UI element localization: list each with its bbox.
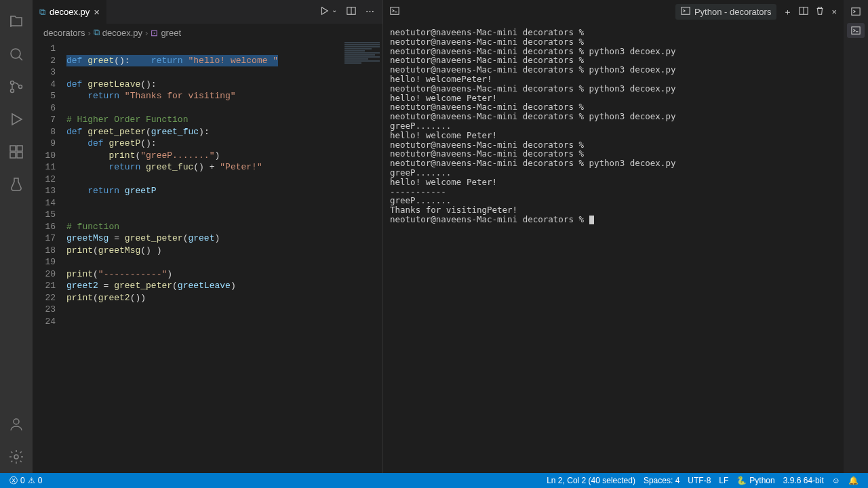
svg-point-9 bbox=[14, 455, 18, 459]
close-tab-icon[interactable]: × bbox=[94, 6, 100, 18]
new-terminal-icon[interactable]: ＋ bbox=[783, 6, 792, 18]
python-lang-icon: 🐍 bbox=[736, 476, 747, 485]
minimap[interactable] bbox=[342, 41, 382, 473]
python-file-icon: ⧉ bbox=[39, 7, 45, 18]
status-feedback-icon[interactable]: ☺ bbox=[828, 476, 844, 485]
activity-bar bbox=[0, 0, 33, 473]
breadcrumb-file[interactable]: decoex.py bbox=[102, 28, 142, 38]
run-file-icon[interactable] bbox=[319, 6, 329, 18]
breadcrumbs[interactable]: decorators › ⧉ decoex.py › ⊡ greet bbox=[33, 24, 382, 41]
status-eol[interactable]: LF bbox=[715, 476, 732, 485]
terminal-output[interactable]: neotutor@naveens-Mac-mini decorators %ne… bbox=[383, 24, 844, 473]
code-content[interactable]: def greet(): return "hello! welcome " de… bbox=[66, 41, 382, 473]
extensions-icon[interactable] bbox=[0, 136, 33, 168]
status-language[interactable]: 🐍Python bbox=[732, 476, 778, 485]
run-dropdown-icon[interactable]: ⌄ bbox=[332, 6, 337, 18]
status-cursor[interactable]: Ln 2, Col 2 (40 selected) bbox=[542, 476, 639, 485]
tab-filename: decoex.py bbox=[50, 7, 90, 17]
status-interpreter[interactable]: 3.9.6 64-bit bbox=[779, 476, 828, 485]
terminal-label-text: Python - decorators bbox=[694, 7, 771, 17]
status-encoding[interactable]: UTF-8 bbox=[684, 476, 715, 485]
run-debug-icon[interactable] bbox=[0, 103, 33, 136]
svg-rect-6 bbox=[10, 152, 16, 158]
svg-rect-4 bbox=[10, 146, 16, 151]
testing-icon[interactable] bbox=[0, 168, 33, 201]
accounts-icon[interactable] bbox=[0, 408, 33, 441]
status-notifications-icon[interactable]: 🔔 bbox=[844, 476, 863, 485]
svg-point-0 bbox=[11, 49, 20, 58]
error-icon: ⓧ bbox=[9, 475, 18, 487]
status-bar: ⓧ 0 ⚠ 0 Ln 2, Col 2 (40 selected) Spaces… bbox=[0, 473, 868, 488]
python-file-icon: ⧉ bbox=[94, 27, 100, 38]
panel-sidebar bbox=[844, 0, 868, 473]
breadcrumb-symbol[interactable]: greet bbox=[161, 28, 181, 38]
breadcrumb-folder[interactable]: decorators bbox=[43, 28, 85, 38]
line-gutter: 123456789101112131415161718192021222324 bbox=[33, 41, 66, 473]
search-icon[interactable] bbox=[0, 38, 33, 70]
tab-decoex[interactable]: ⧉ decoex.py × bbox=[33, 0, 107, 24]
warning-icon: ⚠ bbox=[28, 476, 35, 485]
terminal-icon[interactable] bbox=[390, 6, 399, 18]
panel-terminal-active-icon[interactable] bbox=[847, 23, 865, 38]
split-terminal-icon[interactable] bbox=[799, 6, 808, 18]
status-errors[interactable]: ⓧ 0 ⚠ 0 bbox=[5, 473, 46, 488]
svg-point-1 bbox=[11, 81, 14, 85]
terminal-shell-label[interactable]: Python - decorators bbox=[675, 4, 776, 20]
terminal-panel: Python - decorators ＋ × neotutor@naveens… bbox=[382, 0, 844, 473]
chevron-right-icon: › bbox=[87, 28, 90, 38]
editor-actions: ⌄ ⋯ bbox=[319, 6, 382, 18]
split-editor-icon[interactable] bbox=[347, 6, 356, 18]
source-control-icon[interactable] bbox=[0, 70, 33, 103]
settings-gear-icon[interactable] bbox=[0, 441, 33, 473]
tab-bar: ⧉ decoex.py × ⌄ ⋯ bbox=[33, 0, 382, 24]
code-editor[interactable]: 123456789101112131415161718192021222324 … bbox=[33, 41, 382, 473]
terminal-tab-bar: Python - decorators ＋ × bbox=[383, 0, 844, 24]
panel-terminal-icon[interactable] bbox=[847, 4, 865, 19]
terminal-shell-icon bbox=[681, 6, 690, 18]
svg-point-3 bbox=[19, 85, 22, 89]
svg-point-8 bbox=[14, 419, 19, 424]
kill-terminal-icon[interactable] bbox=[815, 6, 825, 18]
more-actions-icon[interactable]: ⋯ bbox=[366, 6, 374, 18]
close-panel-icon[interactable]: × bbox=[831, 7, 837, 17]
status-spaces[interactable]: Spaces: 4 bbox=[639, 476, 684, 485]
editor-group: ⧉ decoex.py × ⌄ ⋯ decorators › ⧉ decoex.… bbox=[33, 0, 382, 473]
method-icon: ⊡ bbox=[151, 28, 158, 38]
svg-rect-5 bbox=[17, 146, 22, 151]
svg-point-2 bbox=[11, 89, 14, 93]
explorer-icon[interactable] bbox=[0, 5, 33, 38]
svg-rect-7 bbox=[17, 152, 22, 158]
chevron-right-icon: › bbox=[145, 28, 148, 38]
